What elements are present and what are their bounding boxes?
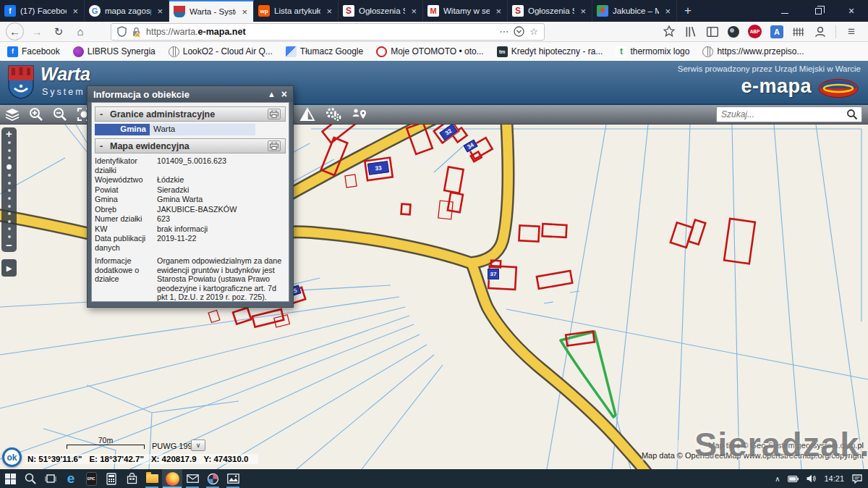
object-info-popup[interactable]: Informacja o obiekcie ▲ × - Granice admi… [87, 85, 294, 308]
adblock-plus-icon[interactable]: ABP [748, 25, 762, 38]
zoom-slider-minus[interactable]: − [6, 241, 12, 250]
photos-button[interactable] [223, 469, 243, 488]
minimize-button[interactable] [768, 0, 801, 22]
home-button[interactable]: ⌂ [72, 23, 89, 41]
tab-facebook[interactable]: f (17) Facebook × [0, 0, 85, 22]
mail-button[interactable] [182, 469, 203, 488]
settings-gears-button[interactable] [324, 106, 343, 122]
clock[interactable]: 14:21 [824, 474, 844, 483]
tracking-shield-icon[interactable] [117, 26, 127, 37]
pocket-icon[interactable] [514, 26, 524, 37]
tab-ogloszenia-2[interactable]: S Ogłoszenia Siera × [508, 0, 592, 22]
zoom-slider-handle[interactable] [7, 164, 12, 169]
bookmark-tlumacz-google[interactable]: Tłumacz Google [286, 46, 363, 57]
menu-hamburger-icon[interactable]: ≡ [845, 25, 858, 38]
url-bar[interactable]: https://warta.e-mapa.net ⋯ ☆ [111, 23, 545, 41]
section-granice-administracyjne[interactable]: - Granice administracyjne [95, 106, 286, 122]
tab-close-icon[interactable]: × [71, 6, 80, 17]
action-center-icon[interactable] [852, 474, 862, 484]
start-button[interactable] [0, 469, 20, 488]
print-icon[interactable] [268, 109, 281, 119]
lock-warning-icon[interactable] [132, 27, 141, 37]
close-button[interactable]: × [835, 0, 868, 22]
firefox-button[interactable] [162, 469, 182, 488]
field-label: Obręb [95, 205, 154, 214]
locate-people-button[interactable] [350, 106, 369, 122]
calculator-button[interactable] [101, 469, 122, 488]
paint3d-button[interactable] [203, 469, 223, 488]
ghostery-icon[interactable] [728, 26, 739, 38]
battery-icon[interactable] [788, 476, 799, 482]
tab-ogloszenia-1[interactable]: S Ogłoszenia Siera × [339, 0, 423, 22]
collapse-minus-icon[interactable]: - [100, 109, 110, 119]
edge-button[interactable]: e [61, 469, 81, 488]
bookmark-kredyt-hipoteczny[interactable]: tmKredyt hipoteczny - ra... [497, 46, 603, 57]
side-panel-toggle[interactable]: ▶ [1, 259, 17, 277]
hidden-icons-caret[interactable]: ∧ [775, 475, 780, 483]
bookmark-looko2[interactable]: LookO2 - Cloud Air Q... [169, 46, 273, 57]
tab-mapa-zagospodarowania[interactable]: G mapa zagospod × [85, 0, 169, 22]
sidebars-icon[interactable] [706, 25, 719, 38]
bookmark-facebook[interactable]: fFacebook [7, 46, 60, 57]
bookmark-librus[interactable]: LIBRUS Synergia [73, 46, 156, 57]
collapse-minus-icon[interactable]: - [100, 141, 110, 151]
zoom-out-button[interactable] [51, 106, 69, 122]
page-actions-icon[interactable]: ⋯ [499, 26, 509, 37]
zoom-in-button[interactable] [27, 106, 46, 122]
back-button[interactable]: ← [6, 22, 24, 41]
forward-button[interactable]: → [28, 23, 46, 41]
send-to-device-icon[interactable] [663, 25, 676, 38]
task-view-button[interactable] [41, 469, 61, 488]
popup-collapse-icon[interactable]: ▲ [268, 90, 276, 98]
tab-close-icon[interactable]: × [409, 6, 418, 17]
fence-extension-icon[interactable] [792, 25, 805, 38]
zoom-slider-track[interactable] [7, 138, 12, 241]
store-icon [127, 473, 137, 484]
section-mapa-ewidencyjna[interactable]: - Mapa ewidencyjna [95, 138, 286, 153]
taskbar-search-button[interactable] [20, 469, 41, 488]
zoom-slider[interactable]: + − [1, 127, 17, 252]
library-icon[interactable] [684, 25, 697, 38]
popup-close-icon[interactable]: × [281, 88, 287, 100]
tab-close-icon[interactable]: × [579, 6, 587, 17]
tab-title: (17) Facebook [20, 7, 67, 15]
account-icon[interactable] [814, 25, 827, 38]
bookmark-thermomix[interactable]: tthermomix logo [616, 46, 689, 57]
layers-button[interactable] [3, 106, 22, 122]
microsoft-store-button[interactable] [122, 469, 142, 488]
print-icon[interactable] [268, 140, 281, 151]
tab-title: mapa zagospod [105, 7, 151, 15]
restore-button[interactable] [801, 0, 835, 22]
tab-close-icon[interactable]: × [240, 7, 249, 17]
tab-close-icon[interactable]: × [494, 6, 503, 17]
popup-title-bar[interactable]: Informacja o obiekcie ▲ × [88, 86, 293, 102]
browser-tab-bar: f (17) Facebook × G mapa zagospod × Wart… [0, 0, 868, 22]
file-explorer-button[interactable] [142, 469, 162, 488]
zoom-slider-plus[interactable]: + [6, 130, 12, 138]
new-tab-button[interactable]: + [677, 0, 699, 22]
coord-y: Y: 474310.0 [204, 455, 249, 463]
ok-geoportal-badge[interactable]: ok [2, 447, 22, 467]
bookmark-star-icon[interactable]: ☆ [529, 26, 538, 37]
tab-warta-system-active[interactable]: Warta - System × [169, 0, 254, 22]
tab-lista-artykulow[interactable]: wp Lista artykułów × [254, 0, 339, 22]
map-search-box[interactable] [716, 106, 862, 122]
bookmark-otomoto[interactable]: Moje OTOMOTO • oto... [376, 46, 483, 57]
tab-witamy-w-serwisie[interactable]: M Witamy w serwi × [423, 0, 508, 22]
tab-close-icon[interactable]: × [156, 6, 164, 17]
speaker-icon[interactable] [807, 474, 816, 483]
gmina-row[interactable]: Gmina Warta [95, 124, 255, 135]
epic-games-button[interactable]: EPIC [81, 469, 101, 488]
compare-maps-button[interactable] [298, 106, 317, 122]
url-text[interactable]: https://warta.e-mapa.net [146, 27, 494, 37]
search-icon[interactable] [846, 109, 858, 120]
search-input[interactable] [717, 109, 846, 119]
tab-jakubice-mapy[interactable]: Jakubice – Map × [592, 0, 677, 22]
translate-icon[interactable]: A [770, 25, 783, 38]
tab-close-icon[interactable]: × [325, 6, 333, 17]
sieradz-favicon: S [343, 5, 354, 17]
crs-dropdown[interactable]: ∨ [191, 439, 205, 451]
bookmark-przepisownia[interactable]: https://www.przepiso... [702, 46, 804, 57]
tab-close-icon[interactable]: × [663, 6, 672, 17]
reload-button[interactable]: ↻ [50, 23, 67, 41]
